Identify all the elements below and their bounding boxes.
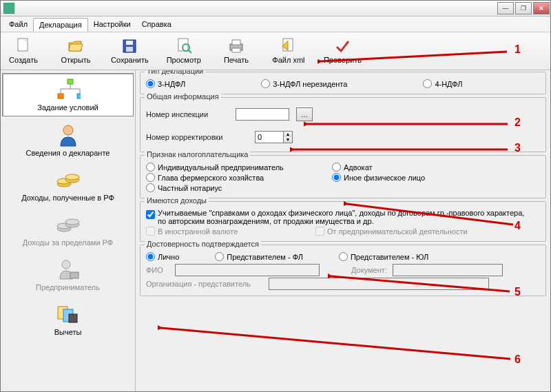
svg-point-31 bbox=[62, 260, 70, 269]
radio-rep-fl[interactable]: Представителем - ФЛ bbox=[215, 252, 303, 261]
main-panel: Тип декларации 3-НДФЛ 3-НДФЛ нерезидента… bbox=[136, 70, 550, 392]
group-income: Имеются доходы Учитываемые "справками о … bbox=[140, 201, 546, 242]
svg-rect-6 bbox=[126, 47, 133, 52]
coins-icon bbox=[56, 168, 81, 192]
sidebar-item-declarant[interactable]: Сведения о декларанте bbox=[2, 119, 134, 161]
tb-create[interactable]: Создать bbox=[6, 38, 41, 64]
chevron-down-icon[interactable]: ▼ bbox=[284, 137, 292, 143]
menu-declaration[interactable]: Декларация bbox=[33, 18, 88, 32]
label-doc: Документ: bbox=[351, 266, 387, 274]
file-xml-icon bbox=[280, 38, 297, 54]
toolbar: Создать Открыть Сохранить Просмотр Печат… bbox=[1, 32, 550, 70]
check-income-business[interactable]: От предпринимательской деятельности bbox=[315, 227, 468, 236]
tb-open[interactable]: Открыть bbox=[59, 38, 93, 64]
label-inspection: Номер инспекции bbox=[146, 110, 229, 118]
app-icon bbox=[3, 3, 14, 14]
spinner-correction[interactable]: ▲▼ bbox=[255, 131, 293, 143]
input-doc bbox=[393, 264, 503, 276]
svg-point-30 bbox=[65, 219, 79, 225]
input-fio bbox=[175, 264, 320, 276]
label-fio: ФИО bbox=[146, 266, 169, 274]
legend: Тип декларации bbox=[145, 70, 205, 75]
svg-rect-15 bbox=[67, 79, 73, 84]
check-income-standard[interactable]: Учитываемые "справками о доходах физичес… bbox=[146, 209, 530, 225]
menu-help[interactable]: Справка bbox=[136, 18, 177, 30]
button-inspection-browse[interactable]: … bbox=[296, 107, 313, 121]
minimize-button[interactable]: — bbox=[497, 2, 514, 14]
svg-rect-16 bbox=[58, 94, 63, 99]
group-trust: Достоверность подтверждается Лично Предс… bbox=[140, 245, 546, 296]
menu-settings[interactable]: Настройки bbox=[88, 18, 136, 30]
group-general: Общая информация Номер инспекции … Номер… bbox=[140, 97, 546, 152]
svg-rect-17 bbox=[77, 94, 81, 99]
documents-icon bbox=[56, 302, 81, 326]
flowchart-icon bbox=[56, 78, 81, 101]
svg-point-22 bbox=[63, 125, 73, 135]
menu-file[interactable]: Файл bbox=[3, 18, 33, 30]
tb-print[interactable]: Печать bbox=[219, 38, 253, 64]
legend: Имеются доходы bbox=[145, 196, 209, 205]
tb-preview[interactable]: Просмотр bbox=[167, 38, 201, 64]
svg-rect-35 bbox=[69, 314, 77, 322]
radio-3ndfl[interactable]: 3-НДФЛ bbox=[146, 79, 185, 88]
sidebar-item-conditions[interactable]: Задание условий bbox=[2, 73, 134, 116]
radio-individual[interactable]: Иное физическое лицо bbox=[332, 173, 425, 182]
check-icon bbox=[334, 38, 351, 54]
maximize-button[interactable]: ❐ bbox=[515, 2, 532, 14]
svg-rect-12 bbox=[232, 48, 240, 52]
input-org bbox=[269, 278, 489, 290]
radio-farmer[interactable]: Глава фермерского хозяйства bbox=[146, 173, 304, 182]
folder-open-icon bbox=[67, 38, 84, 54]
tb-save[interactable]: Сохранить bbox=[111, 38, 149, 64]
sidebar: Задание условий Сведения о декларанте До… bbox=[1, 70, 136, 392]
input-inspection[interactable] bbox=[236, 108, 289, 121]
svg-rect-11 bbox=[232, 40, 240, 45]
title-bar: — ❐ ✕ bbox=[1, 1, 550, 17]
sidebar-item-label: Доходы за пределами РФ bbox=[23, 238, 113, 247]
menu-bar: Файл Декларация Настройки Справка bbox=[1, 17, 550, 32]
coins-gray-icon bbox=[56, 213, 81, 236]
sidebar-item-label: Сведения о декларанте bbox=[26, 149, 110, 157]
person-icon bbox=[56, 123, 81, 147]
close-button[interactable]: ✕ bbox=[533, 2, 550, 14]
save-icon bbox=[121, 38, 138, 54]
legend: Достоверность подтверждается bbox=[145, 240, 261, 248]
legend: Признак налогоплательщика bbox=[145, 150, 250, 158]
check-income-foreign[interactable]: В иностранной валюте bbox=[146, 227, 291, 236]
tb-xml[interactable]: Файл xml bbox=[271, 38, 306, 64]
tb-check[interactable]: Проверить bbox=[324, 38, 362, 64]
sidebar-item-income-rf[interactable]: Доходы, полученные в РФ bbox=[2, 164, 134, 206]
sidebar-item-deductions[interactable]: Вычеты bbox=[2, 298, 134, 340]
sidebar-item-income-foreign[interactable]: Доходы за пределами РФ bbox=[2, 209, 134, 251]
group-taxpayer: Признак налогоплательщика Индивидуальный… bbox=[140, 155, 546, 198]
svg-marker-3 bbox=[69, 44, 83, 51]
radio-3ndfl-nonres[interactable]: 3-НДФЛ нерезидента bbox=[261, 79, 347, 88]
chevron-up-icon[interactable]: ▲ bbox=[284, 132, 292, 137]
label-correction: Номер корректировки bbox=[146, 133, 229, 141]
svg-rect-32 bbox=[70, 272, 79, 278]
radio-4ndfl[interactable]: 4-НДФЛ bbox=[423, 79, 462, 88]
svg-point-26 bbox=[65, 174, 79, 180]
radio-self[interactable]: Лично bbox=[146, 252, 179, 261]
person-briefcase-icon bbox=[56, 258, 81, 281]
app-window: — ❐ ✕ Файл Декларация Настройки Справка … bbox=[0, 0, 551, 392]
group-decl-type: Тип декларации 3-НДФЛ 3-НДФЛ нерезидента… bbox=[140, 72, 546, 94]
svg-line-9 bbox=[189, 50, 191, 53]
sidebar-item-label: Предприниматель bbox=[36, 283, 100, 291]
sidebar-item-label: Вычеты bbox=[54, 328, 82, 336]
radio-ip[interactable]: Индивидуальный предприниматель bbox=[146, 163, 304, 172]
spinner-value[interactable] bbox=[255, 131, 284, 143]
sidebar-item-entrepreneur[interactable]: Предприниматель bbox=[2, 254, 134, 296]
svg-rect-5 bbox=[126, 41, 133, 45]
print-icon bbox=[228, 38, 245, 54]
file-new-icon bbox=[15, 38, 32, 54]
legend: Общая информация bbox=[145, 92, 221, 101]
sidebar-item-label: Задание условий bbox=[37, 103, 98, 112]
sidebar-item-label: Доходы, полученные в РФ bbox=[21, 194, 114, 202]
radio-notary[interactable]: Частный нотариус bbox=[146, 183, 222, 192]
radio-lawyer[interactable]: Адвокат bbox=[332, 163, 373, 172]
label-org: Организация - представитель bbox=[146, 280, 263, 288]
radio-rep-ul[interactable]: Представителем - ЮЛ bbox=[339, 252, 428, 261]
preview-icon bbox=[176, 38, 192, 54]
